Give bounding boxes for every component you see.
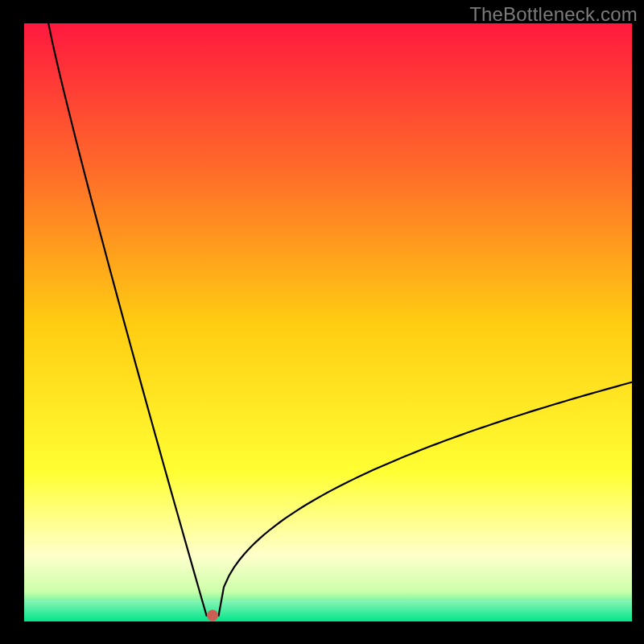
plot-background <box>24 23 632 621</box>
chart-svg <box>0 0 644 644</box>
green-band <box>24 601 632 621</box>
watermark-text: TheBottleneck.com <box>469 3 638 26</box>
marker-dot <box>207 610 218 621</box>
chart-canvas <box>0 0 644 644</box>
